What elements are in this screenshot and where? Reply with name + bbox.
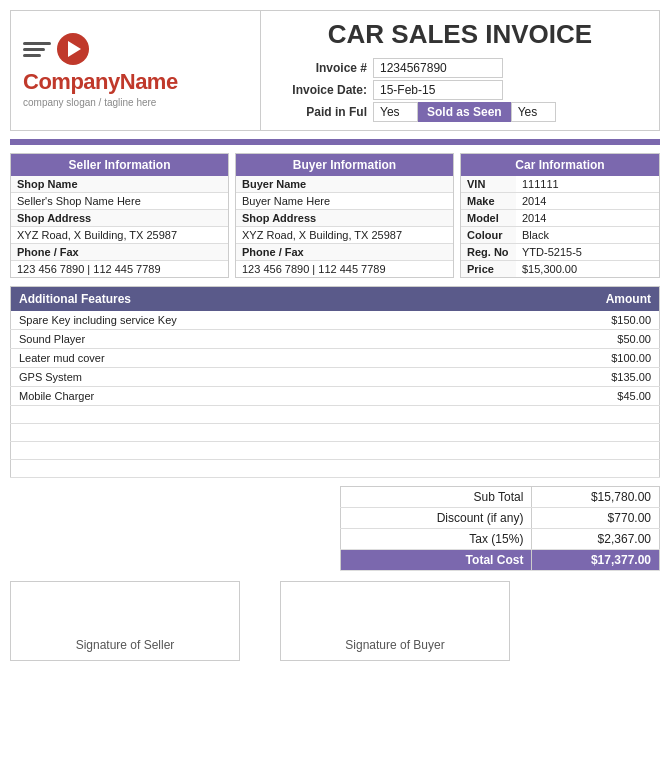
feature-name: Spare Key including service Key bbox=[11, 311, 540, 330]
feature-row: Sound Player$50.00 bbox=[11, 330, 660, 349]
discount-label-text: Discount bbox=[437, 511, 484, 525]
feature-name bbox=[11, 406, 540, 424]
seller-signature-box: Signature of Seller bbox=[10, 581, 240, 661]
feature-row: Spare Key including service Key$150.00 bbox=[11, 311, 660, 330]
buyer-phone-label: Phone / Fax bbox=[236, 244, 453, 261]
car-model-value: 2014 bbox=[516, 210, 659, 227]
logo-line-3 bbox=[23, 54, 41, 57]
features-table: Additional Features Amount Spare Key inc… bbox=[10, 286, 660, 478]
buyer-signature-label: Signature of Buyer bbox=[345, 638, 444, 652]
buyer-header: Buyer Information bbox=[236, 154, 453, 176]
feature-name: Leater mud cover bbox=[11, 349, 540, 368]
car-make-row: Make 2014 bbox=[461, 193, 659, 210]
seller-address-label: Shop Address bbox=[11, 210, 228, 227]
buyer-phone-value: 123 456 7890 | 112 445 7789 bbox=[236, 261, 453, 277]
signatures-section: Signature of Seller Signature of Buyer bbox=[10, 581, 660, 661]
sold-as-seen-value: Yes bbox=[511, 102, 556, 122]
feature-row bbox=[11, 424, 660, 442]
subtotal-value: $15,780.00 bbox=[532, 487, 660, 508]
feature-amount bbox=[540, 442, 660, 460]
total-row: Total Cost $17,377.00 bbox=[341, 550, 660, 571]
feature-amount bbox=[540, 460, 660, 478]
car-vin-label: VIN bbox=[461, 176, 516, 193]
car-colour-value: Black bbox=[516, 227, 659, 244]
logo-line-1 bbox=[23, 42, 51, 45]
logo-lines-icon bbox=[23, 42, 51, 57]
invoice-fields: Invoice # 1234567890 Invoice Date: 15-Fe… bbox=[273, 58, 647, 122]
feature-amount: $150.00 bbox=[540, 311, 660, 330]
discount-note: (if any) bbox=[487, 511, 524, 525]
totals-section: Sub Total $15,780.00 Discount (if any) $… bbox=[10, 486, 660, 571]
subtotal-row: Sub Total $15,780.00 bbox=[341, 487, 660, 508]
buyer-info-box: Buyer Information Buyer Name Buyer Name … bbox=[235, 153, 454, 278]
logo-circle-icon bbox=[57, 33, 89, 65]
buyer-address-value: XYZ Road, X Building, TX 25987 bbox=[236, 227, 453, 244]
amount-col-header: Amount bbox=[540, 287, 660, 312]
feature-name bbox=[11, 424, 540, 442]
car-price-value: $15,300.00 bbox=[516, 261, 659, 278]
seller-phone-label: Phone / Fax bbox=[11, 244, 228, 261]
tax-value: $2,367.00 bbox=[532, 529, 660, 550]
feature-name: Mobile Charger bbox=[11, 387, 540, 406]
totals-table: Sub Total $15,780.00 Discount (if any) $… bbox=[340, 486, 660, 571]
car-info-box: Car Information VIN 111111 Make 2014 Mod… bbox=[460, 153, 660, 278]
logo-area: CompanyName company slogan / tagline her… bbox=[11, 11, 261, 130]
discount-value: $770.00 bbox=[532, 508, 660, 529]
car-model-row: Model 2014 bbox=[461, 210, 659, 227]
company-name: CompanyName bbox=[23, 69, 178, 95]
paid-value: Yes bbox=[373, 102, 418, 122]
feature-amount bbox=[540, 424, 660, 442]
car-reg-label: Reg. No bbox=[461, 244, 516, 261]
invoice-title: CAR SALES INVOICE bbox=[273, 19, 647, 50]
invoice-number-label: Invoice # bbox=[273, 61, 373, 75]
paid-row: Paid in Ful Yes Sold as Seen Yes bbox=[273, 102, 647, 122]
feature-row: GPS System$135.00 bbox=[11, 368, 660, 387]
car-reg-row: Reg. No YTD-5215-5 bbox=[461, 244, 659, 261]
feature-row: Mobile Charger$45.00 bbox=[11, 387, 660, 406]
invoice-number-value: 1234567890 bbox=[373, 58, 503, 78]
seller-name-value: Seller's Shop Name Here bbox=[11, 193, 228, 210]
features-header-row: Additional Features Amount bbox=[11, 287, 660, 312]
logo-line-2 bbox=[23, 48, 45, 51]
invoice-date-label: Invoice Date: bbox=[273, 83, 373, 97]
seller-name-label: Shop Name bbox=[11, 176, 228, 193]
car-vin-row: VIN 111111 bbox=[461, 176, 659, 193]
buyer-address-label: Shop Address bbox=[236, 210, 453, 227]
company-slogan: company slogan / tagline here bbox=[23, 97, 156, 108]
seller-phone-value: 123 456 7890 | 112 445 7789 bbox=[11, 261, 228, 277]
feature-amount: $100.00 bbox=[540, 349, 660, 368]
invoice-date-value: 15-Feb-15 bbox=[373, 80, 503, 100]
feature-amount: $135.00 bbox=[540, 368, 660, 387]
company-name-part1: Company bbox=[23, 69, 120, 94]
seller-signature-label: Signature of Seller bbox=[76, 638, 175, 652]
buyer-name-value: Buyer Name Here bbox=[236, 193, 453, 210]
buyer-name-label: Buyer Name bbox=[236, 176, 453, 193]
feature-row: Leater mud cover$100.00 bbox=[11, 349, 660, 368]
total-label: Total Cost bbox=[341, 550, 532, 571]
feature-amount bbox=[540, 406, 660, 424]
seller-header: Seller Information bbox=[11, 154, 228, 176]
car-header: Car Information bbox=[461, 154, 659, 176]
car-make-value: 2014 bbox=[516, 193, 659, 210]
tax-label: Tax (15%) bbox=[341, 529, 532, 550]
feature-row bbox=[11, 460, 660, 478]
feature-row bbox=[11, 406, 660, 424]
paid-label: Paid in Ful bbox=[273, 105, 373, 119]
feature-name bbox=[11, 460, 540, 478]
seller-address-value: XYZ Road, X Building, TX 25987 bbox=[11, 227, 228, 244]
car-colour-label: Colour bbox=[461, 227, 516, 244]
feature-name bbox=[11, 442, 540, 460]
car-vin-value: 111111 bbox=[516, 176, 659, 193]
car-price-row: Price $15,300.00 bbox=[461, 261, 659, 278]
car-info-table: VIN 111111 Make 2014 Model 2014 Colour B… bbox=[461, 176, 659, 277]
company-name-part2: Name bbox=[120, 69, 178, 94]
discount-row: Discount (if any) $770.00 bbox=[341, 508, 660, 529]
car-make-label: Make bbox=[461, 193, 516, 210]
sold-as-seen-label: Sold as Seen bbox=[418, 102, 511, 122]
features-col-header: Additional Features bbox=[11, 287, 540, 312]
discount-label: Discount (if any) bbox=[341, 508, 532, 529]
logo-play-icon bbox=[68, 41, 81, 57]
buyer-signature-box: Signature of Buyer bbox=[280, 581, 510, 661]
info-section: Seller Information Shop Name Seller's Sh… bbox=[10, 153, 660, 278]
invoice-date-row: Invoice Date: 15-Feb-15 bbox=[273, 80, 647, 100]
